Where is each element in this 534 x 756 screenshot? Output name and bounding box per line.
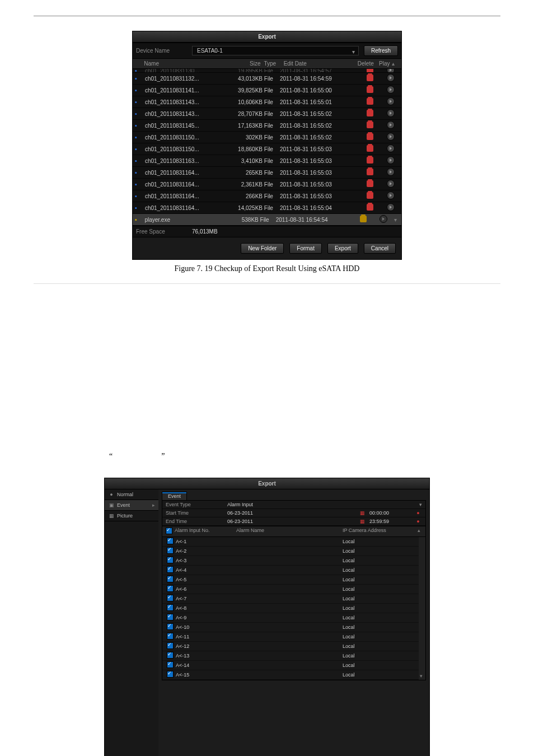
alarm-row[interactable]: A<-5Local	[162, 575, 419, 585]
alarm-row[interactable]: A<-1Local	[162, 537, 419, 547]
refresh-button[interactable]: Refresh	[364, 45, 398, 56]
format-button[interactable]: Format	[289, 243, 322, 254]
play-icon[interactable]	[387, 109, 395, 117]
checkbox[interactable]	[167, 576, 174, 582]
new-folder-button[interactable]: New Folder	[241, 243, 284, 254]
delete-icon[interactable]	[367, 86, 373, 93]
checkbox[interactable]	[167, 633, 174, 640]
alarm-row[interactable]: A<-3Local	[162, 556, 419, 566]
play-icon[interactable]	[387, 97, 395, 105]
file-row[interactable]: ▪ch01_20110831150...302KB File2011-08-31…	[133, 132, 401, 143]
play-icon[interactable]	[387, 69, 395, 73]
alarm-row[interactable]: A<-11Local	[162, 632, 419, 642]
chevron-down-icon: ▾	[352, 49, 355, 55]
checkbox-all[interactable]	[166, 528, 172, 534]
delete-icon[interactable]	[367, 169, 373, 175]
delete-icon[interactable]	[367, 204, 373, 211]
alarm-row[interactable]: A<-10Local	[162, 623, 419, 632]
file-row[interactable]: ▪ch01_20110831164...265KB File2011-08-31…	[133, 167, 401, 179]
export-button[interactable]: Export	[327, 243, 358, 254]
checkbox[interactable]	[167, 604, 174, 611]
checkbox[interactable]	[167, 566, 174, 573]
window-title: Export	[105, 478, 429, 489]
file-row[interactable]: ▪ch01_20110831143...10,606KB File2011-08…	[133, 96, 401, 108]
play-icon[interactable]	[387, 192, 395, 199]
file-row[interactable]: ▪ch01_20110831163...3,410KB File2011-08-…	[133, 155, 401, 167]
alarm-input-no: A<-13	[175, 653, 237, 659]
file-row[interactable]: ▪ch01_20110831164...2,361KB File2011-08-…	[133, 179, 401, 190]
delete-icon[interactable]	[367, 110, 373, 116]
delete-icon[interactable]	[367, 122, 373, 128]
checkbox[interactable]	[167, 595, 174, 601]
delete-icon[interactable]	[367, 180, 373, 187]
delete-icon[interactable]	[367, 69, 373, 73]
sidebar-item-event[interactable]: ▣ Event ▸	[105, 500, 158, 511]
alarm-row[interactable]: A<-8Local	[162, 604, 419, 613]
checkbox[interactable]	[167, 623, 174, 630]
start-time-input[interactable]: 00:00:00	[366, 510, 414, 516]
alarm-row[interactable]: A<-2Local	[162, 547, 419, 556]
clock-icon[interactable]: ●	[414, 519, 422, 524]
play-icon[interactable]	[387, 180, 395, 188]
file-row[interactable]: ▪ch01_20110831141...39,825KB File2011-08…	[133, 85, 401, 96]
delete-icon[interactable]	[367, 98, 373, 105]
calendar-icon[interactable]: ▦	[358, 510, 366, 516]
alarm-row[interactable]: A<-4Local	[162, 566, 419, 575]
alarm-row[interactable]: A<-7Local	[162, 594, 419, 604]
delete-icon[interactable]	[367, 74, 373, 81]
checkbox[interactable]	[167, 652, 174, 659]
checkbox[interactable]	[167, 547, 174, 554]
delete-icon[interactable]	[367, 157, 373, 164]
alarm-row[interactable]: A<-15Local	[162, 670, 419, 680]
file-row-selected[interactable]: ▪ player.exe 538KB File 2011-08-31 16:54…	[133, 214, 401, 226]
event-type-select[interactable]: Alarm Input	[227, 502, 419, 507]
file-name: ch01_20110831150...	[145, 134, 223, 141]
play-icon[interactable]	[387, 86, 395, 94]
start-date-input[interactable]: 06-23-2011	[227, 510, 358, 516]
file-row[interactable]: ▪ch01_20110831150...18,860KB File2011-08…	[133, 143, 401, 155]
play-icon[interactable]	[387, 156, 395, 164]
cancel-button[interactable]: Cancel	[364, 243, 396, 254]
delete-icon[interactable]	[367, 145, 373, 152]
sidebar-item-normal[interactable]: ● Normal	[105, 489, 158, 500]
sidebar-item-picture[interactable]: ▦ Picture	[105, 511, 158, 521]
delete-icon[interactable]	[367, 192, 373, 199]
alarm-row[interactable]: A<-6Local	[162, 585, 419, 594]
play-icon[interactable]	[387, 168, 395, 176]
checkbox[interactable]	[167, 671, 174, 678]
file-name: ch01_20110831141...	[145, 87, 223, 94]
checkbox[interactable]	[167, 661, 174, 668]
checkbox[interactable]	[167, 585, 174, 592]
alarm-row[interactable]: A<-13Local	[162, 651, 419, 661]
end-date-input[interactable]: 06-23-2011	[227, 519, 358, 524]
file-row[interactable]: ▪ch01_20110831145...17,163KB File2011-08…	[133, 120, 401, 132]
tab-event[interactable]: Event	[162, 492, 187, 500]
play-icon[interactable]	[387, 74, 395, 82]
alarm-row[interactable]: A<-14Local	[162, 661, 419, 670]
calendar-icon[interactable]: ▦	[358, 519, 366, 524]
clock-icon[interactable]: ●	[414, 510, 422, 516]
checkbox[interactable]	[167, 538, 174, 544]
device-name-select[interactable]: ESATA0-1 ▾	[192, 46, 359, 55]
alarm-row[interactable]: A<-9Local	[162, 613, 419, 623]
delete-icon[interactable]	[367, 133, 373, 140]
file-icon: ▪	[135, 181, 145, 188]
file-size: 18,860KB File	[223, 146, 275, 152]
alarm-row[interactable]: A<-12Local	[162, 642, 419, 651]
end-time-input[interactable]: 23:59:59	[366, 519, 414, 524]
scrollbar[interactable]: ▾	[419, 537, 425, 680]
play-icon[interactable]	[380, 215, 387, 223]
play-icon[interactable]	[387, 203, 395, 211]
file-row[interactable]: ▪ch01_20110831132...43,013KB File2011-08…	[133, 73, 401, 85]
checkbox[interactable]	[167, 614, 174, 620]
file-row[interactable]: ▪ch01_20110831164...14,025KB File2011-08…	[133, 202, 401, 214]
checkbox[interactable]	[167, 642, 174, 649]
checkbox[interactable]	[167, 557, 174, 563]
play-icon[interactable]	[387, 121, 395, 129]
file-row[interactable]: ▪ch01_20110831143...28,707KB File2011-08…	[133, 108, 401, 120]
play-icon[interactable]	[387, 133, 395, 141]
play-icon[interactable]	[387, 144, 395, 152]
alarm-input-no: A<-7	[175, 596, 237, 601]
file-row[interactable]: ▪ch01_20110831164...266KB File2011-08-31…	[133, 190, 401, 202]
delete-icon[interactable]	[360, 216, 367, 222]
